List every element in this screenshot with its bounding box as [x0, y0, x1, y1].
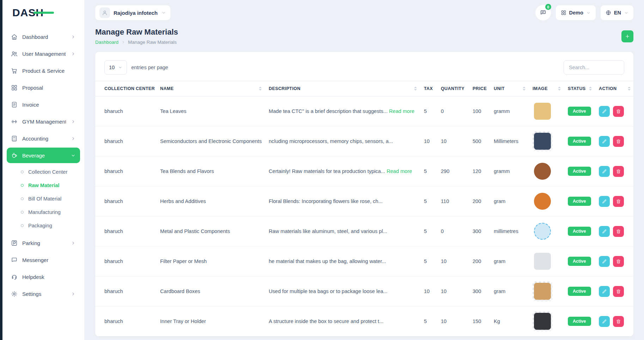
entries-per-page-label: entries per page — [131, 65, 168, 70]
edit-button[interactable] — [599, 286, 610, 297]
status-badge: Active — [568, 107, 591, 116]
delete-button[interactable] — [613, 256, 624, 267]
cell-action — [595, 96, 633, 126]
language-selector[interactable]: EN — [601, 5, 633, 20]
sidebar-item-dashboard[interactable]: Dashboard — [7, 29, 80, 44]
sort-icon[interactable] — [628, 87, 631, 91]
sidebar-subitem-bill-of-material[interactable]: Bill Of Material — [6, 192, 81, 205]
edit-button[interactable] — [599, 316, 610, 327]
table-row: bharuchCardboard BoxesUsed for multiple … — [95, 276, 633, 306]
sidebar-item-gym-management[interactable]: GYM Management — [7, 114, 80, 129]
sidebar-subitem-packaging[interactable]: Packaging — [6, 219, 81, 232]
sidebar-subitem-label: Bill Of Material — [28, 196, 61, 202]
language-label: EN — [614, 10, 621, 16]
sidebar-item-beverage[interactable]: Beverage — [7, 148, 80, 163]
delete-button[interactable] — [613, 286, 624, 297]
apps-grid-icon — [561, 10, 566, 16]
column-header-tax: TAX — [420, 81, 437, 96]
chevron-right-icon — [71, 136, 76, 141]
delete-button[interactable] — [613, 106, 624, 117]
delete-button[interactable] — [613, 316, 624, 327]
column-header-unit[interactable]: UNIT — [490, 81, 528, 96]
cell-action — [595, 186, 633, 216]
chevron-down-icon — [71, 153, 76, 158]
trash-icon — [616, 139, 621, 144]
cell-name: Cardboard Boxes — [156, 276, 265, 306]
edit-button[interactable] — [599, 226, 610, 237]
sidebar-item-accounting[interactable]: Accounting — [7, 131, 80, 146]
demo-menu-button[interactable]: Demo — [556, 5, 596, 20]
page-title: Manage Raw Materials — [95, 28, 178, 37]
sort-icon[interactable] — [414, 87, 417, 91]
delete-button[interactable] — [613, 136, 624, 147]
company-selector[interactable]: Rajodiya infotech — [95, 5, 170, 20]
sidebar-subitem-label: Collection Center — [28, 169, 67, 175]
cell-name: Semiconductors and Electronic Components — [156, 126, 265, 156]
delete-button[interactable] — [613, 196, 624, 207]
cell-quantity: 10 — [437, 126, 468, 156]
search-input[interactable] — [564, 60, 624, 74]
cell-image — [528, 246, 564, 276]
cell-tax: 5 — [420, 156, 437, 186]
column-header-name[interactable]: NAME — [156, 81, 265, 96]
chevron-right-icon — [71, 291, 76, 297]
pencil-icon — [602, 259, 607, 264]
sidebar-item-product-service[interactable]: Product & Service — [7, 63, 80, 78]
trash-icon — [616, 199, 621, 204]
sidebar-item-helpdesk[interactable]: Helpdesk — [7, 269, 80, 285]
cell-tax: 10 — [420, 126, 437, 156]
sort-icon[interactable] — [523, 87, 525, 91]
sidebar-subitem-manufacturing[interactable]: Manufacturing — [6, 205, 81, 219]
read-more-link[interactable]: Read more — [389, 108, 414, 114]
sidebar-item-label: Accounting — [22, 136, 48, 142]
sort-icon[interactable] — [558, 87, 561, 91]
cell-quantity: 10 — [437, 246, 468, 276]
sidebar-subitem-raw-material[interactable]: Raw Material — [6, 179, 81, 192]
column-header-description[interactable]: DESCRIPTION — [265, 81, 420, 96]
cell-name: Metal and Plastic Components — [156, 216, 265, 246]
sidebar-item-settings[interactable]: Settings — [7, 286, 80, 302]
company-name: Rajodiya infotech — [114, 10, 158, 16]
chevron-down-icon — [118, 65, 122, 70]
cell-name: Inner Tray or Holder — [156, 306, 265, 336]
gym-icon — [11, 118, 18, 125]
table-controls: 10 entries per page — [95, 60, 633, 74]
sort-icon[interactable] — [259, 87, 262, 91]
cell-quantity: 10 — [437, 276, 468, 306]
entries-per-page-select[interactable]: 10 — [104, 60, 127, 74]
trash-icon — [616, 259, 621, 264]
cell-collection-center: bharuch — [95, 216, 156, 246]
read-more-link[interactable]: Read more — [387, 168, 412, 174]
sidebar-subitem-collection-center[interactable]: Collection Center — [6, 165, 81, 179]
cell-name: Tea Blends and Flavors — [156, 156, 265, 186]
edit-button[interactable] — [599, 196, 610, 207]
brand-logo[interactable]: DASH — [2, 0, 84, 25]
sidebar-item-user-management[interactable]: User Management — [7, 46, 80, 61]
sidebar-subitem-label: Manufacturing — [28, 209, 61, 215]
material-image — [533, 251, 552, 271]
column-header-status[interactable]: STATUS — [564, 81, 595, 96]
add-raw-material-button[interactable] — [621, 30, 633, 42]
edit-button[interactable] — [599, 256, 610, 267]
submenu-beverage: Collection CenterRaw MaterialBill Of Mat… — [6, 165, 81, 234]
column-header-image[interactable]: IMAGE — [528, 81, 564, 96]
delete-button[interactable] — [613, 226, 624, 237]
edit-button[interactable] — [599, 136, 610, 147]
sort-icon[interactable] — [589, 87, 592, 91]
sidebar-item-proposal[interactable]: Proposal — [7, 80, 80, 95]
breadcrumb-dashboard-link[interactable]: Dashboard — [95, 40, 119, 45]
messages-button[interactable]: 0 — [535, 5, 551, 20]
sidebar-item-parking[interactable]: Parking — [7, 235, 80, 251]
cell-quantity: 110 — [437, 186, 468, 216]
cell-unit: Kg — [490, 306, 528, 336]
sidebar-item-messenger[interactable]: Messenger — [7, 252, 80, 268]
cell-unit: millimetres — [490, 216, 528, 246]
bullet-icon — [21, 171, 24, 173]
column-header-action[interactable]: ACTION — [595, 81, 633, 96]
delete-button[interactable] — [613, 166, 624, 177]
column-label: IMAGE — [533, 86, 548, 91]
edit-button[interactable] — [599, 166, 610, 177]
edit-button[interactable] — [599, 106, 610, 117]
material-image — [533, 131, 552, 151]
sidebar-item-invoice[interactable]: Invoice — [7, 97, 80, 112]
